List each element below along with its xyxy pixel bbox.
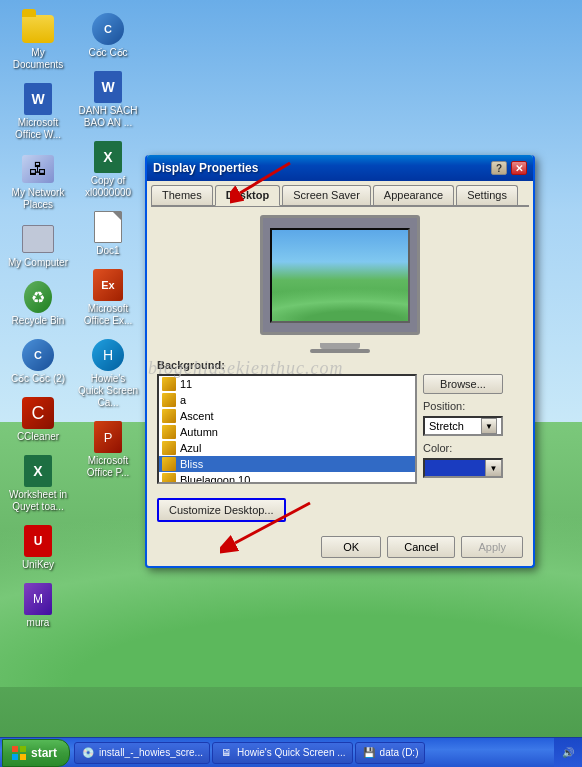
taskbar-items: 💿 install_-_howies_scre... 🖥 Howie's Qui… [70, 738, 554, 767]
icon-coc-coc[interactable]: C Cốc Cốc (2) [4, 334, 72, 390]
ok-button[interactable]: OK [321, 536, 381, 558]
taskbar-tray: 🔊 [554, 738, 582, 767]
icon-mura[interactable]: M mura [4, 578, 72, 634]
screen-wallpaper-preview [272, 230, 408, 321]
browse-button[interactable]: Browse... [423, 374, 503, 394]
icon-howies-quick[interactable]: H Howie's Quick Screen Ca... [74, 334, 142, 414]
icon-ms-word[interactable]: W Microsoft Office W... [4, 78, 72, 146]
bg-item-bluelagoon[interactable]: Bluelagoon 10 [159, 472, 415, 484]
icon-network-places[interactable]: 🖧 My Network Places [4, 148, 72, 216]
tab-desktop[interactable]: Desktop [215, 185, 280, 206]
bg-item-icon [162, 473, 176, 484]
background-controls: Browse... Position: Stretch ▼ Color: ▼ [423, 374, 503, 478]
dialog-close-button[interactable]: ✕ [511, 161, 527, 175]
monitor-foot [310, 349, 370, 353]
color-row: Color: [423, 442, 503, 454]
bg-item-icon [162, 425, 176, 439]
icon-ms-office-p[interactable]: P Microsoft Office P... [74, 416, 142, 484]
svg-rect-6 [12, 754, 18, 760]
position-select[interactable]: Stretch ▼ [423, 416, 503, 436]
icon-danh-sach[interactable]: W DANH SÁCH BAO AN ... [74, 66, 142, 134]
icon-worksheet[interactable]: X Worksheet in Quyet toa... [4, 450, 72, 518]
icon-my-computer[interactable]: My Computer [4, 218, 72, 274]
taskbar-item-icon: 💿 [81, 746, 95, 760]
start-button[interactable]: start [2, 739, 70, 767]
taskbar: start 💿 install_-_howies_scre... 🖥 Howie… [0, 737, 582, 767]
monitor-preview [260, 215, 420, 335]
position-row: Position: [423, 400, 503, 412]
icon-doc1[interactable]: Doc1 [74, 206, 142, 262]
bg-item-a[interactable]: a [159, 392, 415, 408]
taskbar-item-data[interactable]: 💾 data (D:) [355, 742, 426, 764]
svg-rect-7 [20, 754, 26, 760]
cancel-button[interactable]: Cancel [387, 536, 455, 558]
background-list-area: 11 a Ascent Autumn [157, 374, 523, 484]
color-label: Color: [423, 442, 471, 454]
taskbar-item-howies[interactable]: 🖥 Howie's Quick Screen ... [212, 742, 353, 764]
desktop: My Documents W Microsoft Office W... 🖧 M… [0, 0, 582, 767]
taskbar-item-icon: 🖥 [219, 746, 233, 760]
windows-logo-icon [11, 745, 27, 761]
icon-ms-office-ex[interactable]: Ex Microsoft Office Ex... [74, 264, 142, 332]
bg-item-icon [162, 377, 176, 391]
bg-item-icon [162, 393, 176, 407]
dialog-tabs: Themes Desktop Screen Saver Appearance S… [147, 181, 533, 205]
bg-item-icon [162, 457, 176, 471]
position-label: Position: [423, 400, 471, 412]
taskbar-item-icon: 💾 [362, 746, 376, 760]
icon-copy-xl[interactable]: X Copy of xl0000000 [74, 136, 142, 204]
tab-themes[interactable]: Themes [151, 185, 213, 205]
icon-recycle-bin[interactable]: ♻ Recycle Bin [4, 276, 72, 332]
bg-item-azul[interactable]: Azul [159, 440, 415, 456]
tab-screen-saver[interactable]: Screen Saver [282, 185, 371, 205]
background-section-label: Background: [157, 359, 523, 371]
icon-my-documents[interactable]: My Documents [4, 8, 72, 76]
dialog-footer: OK Cancel Apply [147, 530, 533, 566]
dialog-content-area: Background: 11 a Ascent [147, 207, 533, 530]
bg-item-autumn[interactable]: Autumn [159, 424, 415, 440]
tab-settings[interactable]: Settings [456, 185, 518, 205]
bg-item-icon [162, 409, 176, 423]
color-picker[interactable]: ▼ [423, 458, 503, 478]
dialog-title: Display Properties [153, 161, 487, 175]
taskbar-time: 🔊 [562, 747, 574, 758]
bg-item-ascent[interactable]: Ascent [159, 408, 415, 424]
svg-rect-4 [12, 746, 18, 752]
apply-button[interactable]: Apply [461, 536, 523, 558]
position-select-arrow[interactable]: ▼ [481, 418, 497, 434]
bg-item-icon [162, 441, 176, 455]
background-list[interactable]: 11 a Ascent Autumn [157, 374, 417, 484]
customize-desktop-button[interactable]: Customize Desktop... [157, 498, 286, 522]
icon-coc-coc-2[interactable]: C Cốc Cốc [74, 8, 142, 64]
icon-ccleaner[interactable]: C CCleaner [4, 392, 72, 448]
display-properties-dialog: Display Properties ? ✕ Themes Desktop Sc… [145, 155, 535, 568]
tab-appearance[interactable]: Appearance [373, 185, 454, 205]
dialog-titlebar: Display Properties ? ✕ [147, 155, 533, 181]
bg-item-bliss[interactable]: Bliss [159, 456, 415, 472]
color-picker-arrow[interactable]: ▼ [485, 460, 501, 476]
dialog-help-button[interactable]: ? [491, 161, 507, 175]
monitor-screen [270, 228, 410, 323]
svg-rect-5 [20, 746, 26, 752]
bg-item-11[interactable]: 11 [159, 376, 415, 392]
taskbar-item-install[interactable]: 💿 install_-_howies_scre... [74, 742, 210, 764]
icon-unikey[interactable]: U UniKey [4, 520, 72, 576]
